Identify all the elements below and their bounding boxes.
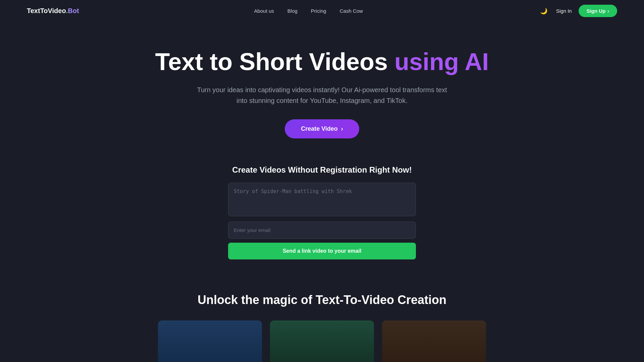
create-video-label: Create Video [301, 125, 338, 132]
nav-blog[interactable]: Blog [287, 8, 298, 14]
sign-in-button[interactable]: Sign In [556, 8, 572, 14]
sign-up-label: Sign Up [587, 8, 606, 14]
form-container: Send a link video to your email [228, 183, 416, 259]
sign-up-button[interactable]: Sign Up › [579, 5, 617, 17]
nav-cashcow[interactable]: Cash Cow [340, 8, 363, 14]
form-title: Create Videos Without Registration Right… [7, 165, 637, 175]
hero-section: Text to Short Videos using AI Turn your … [0, 22, 644, 159]
email-input[interactable] [228, 222, 416, 239]
hero-title-highlight: using AI [394, 48, 489, 75]
unlock-title: Unlock the magic of Text-To-Video Creati… [7, 293, 637, 307]
video-card-3: The Alhambra: Nasrid palace ⬆ [382, 320, 486, 362]
video-card-2: Mexico The Colorful Day of ⬆ [270, 320, 374, 362]
theme-toggle-button[interactable]: 🌙 [538, 5, 549, 17]
create-video-chevron-icon: › [341, 125, 343, 132]
form-section: Create Videos Without Registration Right… [0, 159, 644, 280]
logo-text-prefix: TextToVideo [27, 7, 66, 14]
hero-title: Text to Short Videos using AI [7, 49, 637, 75]
story-textarea[interactable] [228, 183, 416, 216]
logo: TextToVideo.Bot [27, 7, 79, 15]
nav-links: About us Blog Pricing Cash Cow [254, 8, 363, 14]
create-video-button[interactable]: Create Video › [285, 119, 359, 138]
nav-about[interactable]: About us [254, 8, 274, 14]
nav-pricing[interactable]: Pricing [311, 8, 326, 14]
video-card-1: "The Laughter and Tears of ⬆ [158, 320, 262, 362]
unlock-section: Unlock the magic of Text-To-Video Creati… [0, 280, 644, 362]
chevron-right-icon: › [607, 8, 609, 14]
hero-title-part1: Text to Short Videos [155, 48, 394, 75]
logo-text-suffix: Bot [68, 7, 79, 14]
video-cards-container: "The Laughter and Tears of ⬆ Mexico The … [7, 320, 637, 362]
navbar: TextToVideo.Bot About us Blog Pricing Ca… [0, 0, 644, 22]
send-link-button[interactable]: Send a link video to your email [228, 243, 416, 259]
hero-subtitle: Turn your ideas into captivating videos … [191, 84, 453, 106]
nav-right: 🌙 Sign In Sign Up › [538, 5, 617, 17]
